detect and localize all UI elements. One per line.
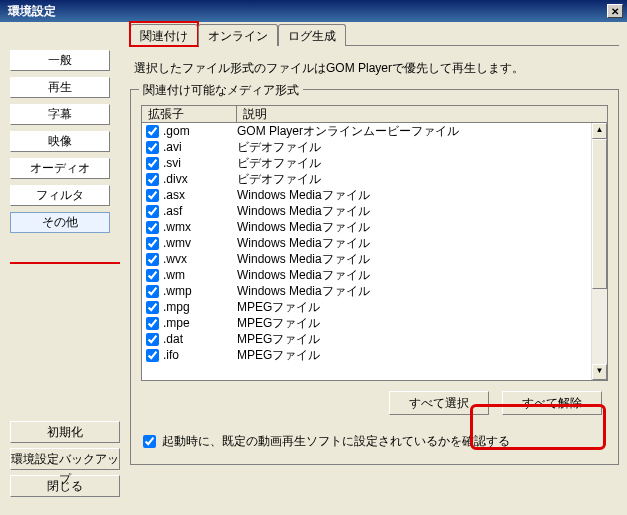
- tab-online[interactable]: オンライン: [198, 24, 278, 46]
- table-row[interactable]: .asfWindows Mediaファイル: [142, 203, 607, 219]
- desc-cell: ビデオファイル: [237, 155, 607, 172]
- row-checkbox[interactable]: [146, 253, 159, 266]
- list-header: 拡張子 説明: [141, 105, 608, 123]
- row-checkbox[interactable]: [146, 189, 159, 202]
- table-row[interactable]: .wmvWindows Mediaファイル: [142, 235, 607, 251]
- ext-cell: .gom: [163, 124, 237, 138]
- row-checkbox[interactable]: [146, 317, 159, 330]
- tab-log[interactable]: ログ生成: [278, 24, 346, 46]
- ext-cell: .divx: [163, 172, 237, 186]
- column-desc[interactable]: 説明: [237, 106, 607, 123]
- table-row[interactable]: .divxビデオファイル: [142, 171, 607, 187]
- highlight-underline: [10, 262, 120, 264]
- scroll-down-icon[interactable]: ▼: [592, 364, 607, 380]
- table-row[interactable]: .wmpWindows Mediaファイル: [142, 283, 607, 299]
- window-title: 環境設定: [4, 3, 607, 20]
- list-body: .gomGOM Playerオンラインムービーファイル.aviビデオファイル.s…: [141, 123, 608, 381]
- tab-bar: 関連付け オンライン ログ生成: [130, 24, 619, 46]
- table-row[interactable]: .wmWindows Mediaファイル: [142, 267, 607, 283]
- ext-cell: .wmp: [163, 284, 237, 298]
- ext-cell: .mpg: [163, 300, 237, 314]
- sidebar-item-subtitle[interactable]: 字幕: [10, 104, 110, 125]
- table-row[interactable]: .sviビデオファイル: [142, 155, 607, 171]
- ext-cell: .wmx: [163, 220, 237, 234]
- ext-cell: .asf: [163, 204, 237, 218]
- row-checkbox[interactable]: [146, 141, 159, 154]
- sidebar: 一般 再生 字幕 映像 オーディオ フィルタ その他: [10, 50, 120, 239]
- tab-association[interactable]: 関連付け: [130, 24, 198, 47]
- row-checkbox[interactable]: [146, 349, 159, 362]
- ext-cell: .ifo: [163, 348, 237, 362]
- desc-cell: Windows Mediaファイル: [237, 203, 607, 220]
- ext-cell: .svi: [163, 156, 237, 170]
- desc-cell: ビデオファイル: [237, 171, 607, 188]
- column-ext[interactable]: 拡張子: [142, 106, 237, 123]
- sidebar-item-filter[interactable]: フィルタ: [10, 185, 110, 206]
- main-panel: 関連付け オンライン ログ生成 選択したファイル形式のファイルはGOM Play…: [130, 24, 619, 507]
- group-title: 関連付け可能なメディア形式: [139, 82, 303, 99]
- row-checkbox[interactable]: [146, 157, 159, 170]
- desc-cell: Windows Mediaファイル: [237, 235, 607, 252]
- reset-button[interactable]: 初期化: [10, 421, 120, 443]
- row-checkbox[interactable]: [146, 221, 159, 234]
- backup-button[interactable]: 環境設定バックアップ: [10, 448, 120, 470]
- sidebar-item-general[interactable]: 一般: [10, 50, 110, 71]
- row-checkbox[interactable]: [146, 269, 159, 282]
- close-button[interactable]: 閉じる: [10, 475, 120, 497]
- scrollbar[interactable]: ▲ ▼: [591, 123, 607, 380]
- ext-cell: .wmv: [163, 236, 237, 250]
- ext-cell: .mpe: [163, 316, 237, 330]
- ext-cell: .wm: [163, 268, 237, 282]
- desc-cell: MPEGファイル: [237, 299, 607, 316]
- startup-check-row: 起動時に、既定の動画再生ソフトに設定されているかを確認する: [141, 433, 608, 450]
- row-checkbox[interactable]: [146, 205, 159, 218]
- ext-cell: .avi: [163, 140, 237, 154]
- description-text: 選択したファイル形式のファイルはGOM Playerで優先して再生します。: [134, 60, 619, 77]
- table-row[interactable]: .ifoMPEGファイル: [142, 347, 607, 363]
- row-checkbox[interactable]: [146, 333, 159, 346]
- titlebar: 環境設定 ✕: [0, 0, 627, 22]
- selection-buttons: すべて選択 すべて解除: [141, 391, 608, 415]
- sidebar-item-audio[interactable]: オーディオ: [10, 158, 110, 179]
- startup-check-label: 起動時に、既定の動画再生ソフトに設定されているかを確認する: [162, 433, 510, 450]
- desc-cell: Windows Mediaファイル: [237, 187, 607, 204]
- table-row[interactable]: .datMPEGファイル: [142, 331, 607, 347]
- table-row[interactable]: .wvxWindows Mediaファイル: [142, 251, 607, 267]
- ext-cell: .asx: [163, 188, 237, 202]
- settings-window: 環境設定 ✕ 一般 再生 字幕 映像 オーディオ フィルタ その他 初期化 環境…: [0, 0, 627, 515]
- ext-cell: .wvx: [163, 252, 237, 266]
- close-icon[interactable]: ✕: [607, 4, 623, 18]
- desc-cell: GOM Playerオンラインムービーファイル: [237, 123, 607, 140]
- desc-cell: Windows Mediaファイル: [237, 267, 607, 284]
- desc-cell: ビデオファイル: [237, 139, 607, 156]
- desc-cell: MPEGファイル: [237, 315, 607, 332]
- ext-cell: .dat: [163, 332, 237, 346]
- sidebar-item-other[interactable]: その他: [10, 212, 110, 233]
- startup-checkbox[interactable]: [143, 435, 156, 448]
- sidebar-item-playback[interactable]: 再生: [10, 77, 110, 98]
- desc-cell: Windows Mediaファイル: [237, 251, 607, 268]
- row-checkbox[interactable]: [146, 173, 159, 186]
- deselect-all-button[interactable]: すべて解除: [502, 391, 602, 415]
- table-row[interactable]: .gomGOM Playerオンラインムービーファイル: [142, 123, 607, 139]
- scroll-thumb[interactable]: [592, 139, 607, 289]
- row-checkbox[interactable]: [146, 301, 159, 314]
- scroll-up-icon[interactable]: ▲: [592, 123, 607, 139]
- desc-cell: MPEGファイル: [237, 347, 607, 364]
- table-row[interactable]: .mpeMPEGファイル: [142, 315, 607, 331]
- row-checkbox[interactable]: [146, 285, 159, 298]
- bottom-buttons: 初期化 環境設定バックアップ 閉じる: [10, 416, 125, 497]
- row-checkbox[interactable]: [146, 125, 159, 138]
- select-all-button[interactable]: すべて選択: [389, 391, 489, 415]
- table-row[interactable]: .mpgMPEGファイル: [142, 299, 607, 315]
- desc-cell: Windows Mediaファイル: [237, 283, 607, 300]
- row-checkbox[interactable]: [146, 237, 159, 250]
- table-row[interactable]: .asxWindows Mediaファイル: [142, 187, 607, 203]
- media-formats-group: 関連付け可能なメディア形式 拡張子 説明 .gomGOM Playerオンライン…: [130, 89, 619, 465]
- desc-cell: Windows Mediaファイル: [237, 219, 607, 236]
- desc-cell: MPEGファイル: [237, 331, 607, 348]
- sidebar-item-video[interactable]: 映像: [10, 131, 110, 152]
- table-row[interactable]: .wmxWindows Mediaファイル: [142, 219, 607, 235]
- table-row[interactable]: .aviビデオファイル: [142, 139, 607, 155]
